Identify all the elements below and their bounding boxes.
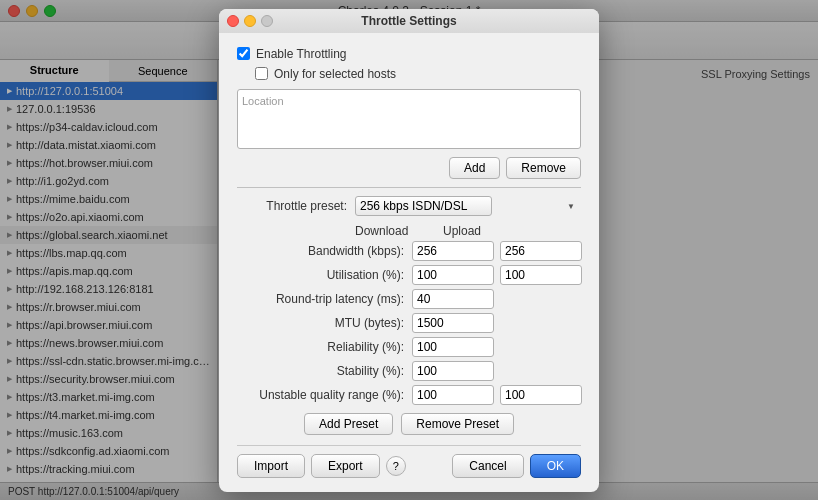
field-input-pair	[412, 241, 582, 261]
single-input[interactable]	[412, 313, 494, 333]
field-label: Reliability (%):	[237, 340, 412, 354]
field-label: Round-trip latency (ms):	[237, 292, 412, 306]
add-button[interactable]: Add	[449, 157, 500, 179]
enable-throttling-row: Enable Throttling	[237, 47, 581, 61]
modal-overlay: Throttle Settings Enable Throttling Only…	[0, 0, 818, 500]
field-input-pair	[412, 385, 582, 405]
divider	[237, 187, 581, 188]
location-box[interactable]: Location	[237, 89, 581, 149]
add-preset-button[interactable]: Add Preset	[304, 413, 393, 435]
enable-throttling-checkbox[interactable]	[237, 47, 250, 60]
field-label: Stability (%):	[237, 364, 412, 378]
single-input[interactable]	[412, 337, 494, 357]
remove-preset-button[interactable]: Remove Preset	[401, 413, 514, 435]
modal-min-button[interactable]	[244, 15, 256, 27]
single-input[interactable]	[412, 361, 494, 381]
modal-close-button[interactable]	[227, 15, 239, 27]
download-input[interactable]	[412, 385, 494, 405]
modal-bottom-buttons: Import Export ? Cancel OK	[237, 445, 581, 478]
upload-header: Upload	[443, 224, 531, 238]
only-selected-label: Only for selected hosts	[274, 67, 396, 81]
enable-throttling-label: Enable Throttling	[256, 47, 347, 61]
modal-body: Enable Throttling Only for selected host…	[219, 33, 599, 492]
add-remove-row: Add Remove	[237, 157, 581, 179]
bottom-right-buttons: Cancel OK	[452, 454, 581, 478]
download-input[interactable]	[412, 265, 494, 285]
only-selected-hosts-row: Only for selected hosts	[255, 67, 581, 81]
upload-input[interactable]	[500, 385, 582, 405]
upload-input[interactable]	[500, 265, 582, 285]
field-row: Bandwidth (kbps):	[237, 241, 581, 261]
modal-traffic-lights	[227, 15, 273, 27]
field-row: MTU (bytes):	[237, 313, 581, 333]
field-label: Bandwidth (kbps):	[237, 244, 412, 258]
field-row: Stability (%):	[237, 361, 581, 381]
upload-input[interactable]	[500, 241, 582, 261]
export-button[interactable]: Export	[311, 454, 380, 478]
modal-title-bar: Throttle Settings	[219, 9, 599, 33]
remove-button[interactable]: Remove	[506, 157, 581, 179]
field-label: MTU (bytes):	[237, 316, 412, 330]
dl-ul-header: Download Upload	[355, 224, 581, 238]
throttle-preset-select[interactable]: 256 kbps ISDN/DSL512 kbps DSL/Cable1 Mbp…	[355, 196, 492, 216]
throttle-preset-label: Throttle preset:	[237, 199, 347, 213]
field-row: Unstable quality range (%):	[237, 385, 581, 405]
bottom-left-buttons: Import Export ?	[237, 454, 406, 478]
throttle-preset-row: Throttle preset: 256 kbps ISDN/DSL512 kb…	[237, 196, 581, 216]
throttle-settings-dialog: Throttle Settings Enable Throttling Only…	[219, 9, 599, 492]
cancel-button[interactable]: Cancel	[452, 454, 523, 478]
download-input[interactable]	[412, 241, 494, 261]
download-header: Download	[355, 224, 443, 238]
preset-btns-row: Add Preset Remove Preset	[237, 413, 581, 435]
help-button[interactable]: ?	[386, 456, 406, 476]
field-row: Reliability (%):	[237, 337, 581, 357]
single-input[interactable]	[412, 289, 494, 309]
ok-button[interactable]: OK	[530, 454, 581, 478]
field-row: Utilisation (%):	[237, 265, 581, 285]
field-label: Utilisation (%):	[237, 268, 412, 282]
modal-title: Throttle Settings	[361, 14, 456, 28]
only-selected-checkbox[interactable]	[255, 67, 268, 80]
field-label: Unstable quality range (%):	[237, 388, 412, 402]
import-button[interactable]: Import	[237, 454, 305, 478]
field-row: Round-trip latency (ms):	[237, 289, 581, 309]
field-input-pair	[412, 265, 582, 285]
throttle-preset-wrapper: 256 kbps ISDN/DSL512 kbps DSL/Cable1 Mbp…	[355, 196, 581, 216]
location-placeholder: Location	[242, 95, 284, 107]
modal-zoom-button	[261, 15, 273, 27]
fields-container: Bandwidth (kbps):Utilisation (%):Round-t…	[237, 241, 581, 405]
